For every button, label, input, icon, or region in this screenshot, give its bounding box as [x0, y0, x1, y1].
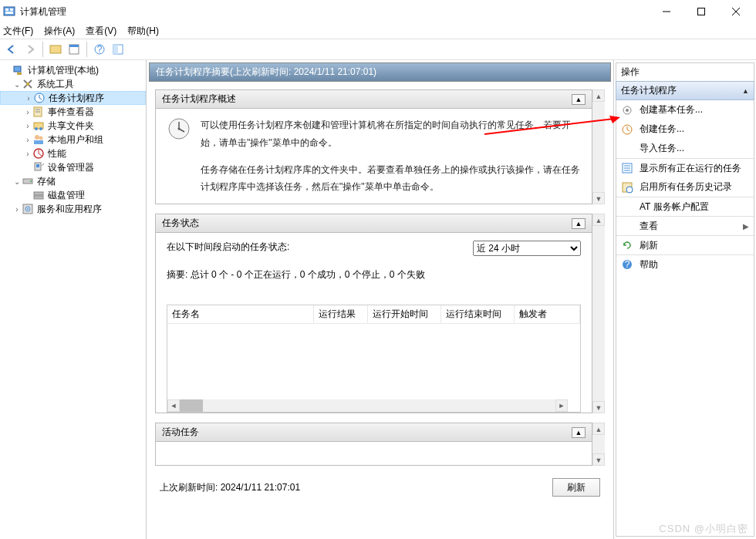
blank-icon — [621, 143, 633, 155]
action-import-task[interactable]: 导入任务... — [616, 139, 754, 158]
action-at-account[interactable]: AT 服务帐户配置 — [616, 197, 754, 216]
shared-icon — [32, 120, 45, 132]
tree-task-scheduler[interactable]: ›任务计划程序 — [0, 91, 146, 105]
svg-text:?: ? — [97, 44, 103, 55]
gear-icon — [621, 104, 633, 116]
col-start[interactable]: 运行开始时间 — [368, 305, 441, 323]
storage-icon — [22, 175, 34, 187]
menu-help[interactable]: 帮助(H) — [127, 25, 159, 38]
action-help[interactable]: ?帮助 — [616, 254, 754, 274]
status-title: 任务状态 — [162, 217, 199, 230]
col-result[interactable]: 运行结果 — [314, 305, 368, 323]
svg-rect-33 — [34, 192, 43, 195]
tree-root[interactable]: 计算机管理(本地) — [0, 63, 146, 77]
toolbar-separator — [86, 42, 87, 57]
svg-point-23 — [35, 127, 38, 130]
list-icon — [621, 162, 633, 174]
center-pane: 任务计划程序摘要(上次刷新时间: 2024/1/11 21:07:01) 任务计… — [147, 60, 614, 539]
help-button[interactable]: ? — [91, 41, 108, 58]
tree-local-users[interactable]: ›本地用户和组 — [0, 133, 146, 147]
svg-point-17 — [26, 83, 29, 86]
actions-pane: 操作 任务计划程序▲ 创建基本任务... 创建任务... 导入任务... 显示所… — [614, 60, 756, 539]
tree-performance[interactable]: ›性能 — [0, 147, 146, 160]
collapse-button[interactable]: ▲ — [572, 427, 586, 438]
toolbar: ? — [0, 39, 756, 60]
svg-rect-8 — [50, 45, 61, 53]
action-view[interactable]: 查看▶ — [616, 216, 754, 235]
svg-rect-5 — [697, 8, 704, 15]
menu-bar: 文件(F) 操作(A) 查看(V) 帮助(H) — [0, 23, 756, 39]
overview-text-2: 任务存储在任务计划程序库的文件夹中。若要查看单独任务上的操作或执行该操作，请在任… — [201, 161, 581, 197]
action-refresh[interactable]: 刷新 — [616, 235, 754, 254]
action-show-running[interactable]: 显示所有正在运行的任务 — [616, 158, 754, 177]
col-end[interactable]: 运行结束时间 — [441, 305, 515, 323]
svg-point-41 — [626, 109, 629, 112]
svg-rect-3 — [5, 12, 13, 14]
overview-text-1: 可以使用任务计划程序来创建和管理计算机将在所指定的时间自动执行的常见任务。若要开… — [201, 116, 581, 152]
scrollbar[interactable]: ▲▼ — [592, 423, 605, 466]
clock-icon — [621, 123, 633, 136]
action-create-task[interactable]: 创建任务... — [616, 120, 754, 139]
action-create-basic-task[interactable]: 创建基本任务... — [616, 100, 754, 120]
history-icon — [621, 181, 633, 194]
tree-disk-management[interactable]: 磁盘管理 — [0, 188, 146, 202]
svg-rect-27 — [34, 140, 43, 144]
computer-icon — [12, 64, 25, 76]
task-status-panel: 任务状态▲ 在以下时间段启动的任务状态: 近 24 小时 摘要: 总计 0 个 … — [155, 214, 592, 413]
collapse-button[interactable]: ▲ — [572, 94, 586, 105]
title-bar: 计算机管理 — [0, 0, 756, 23]
tree-system-tools[interactable]: ⌄系统工具 — [0, 77, 146, 91]
forward-button[interactable] — [22, 41, 39, 58]
maximize-button[interactable] — [683, 1, 718, 22]
svg-point-37 — [27, 208, 29, 210]
help-icon: ? — [621, 258, 633, 271]
blank-icon — [621, 200, 633, 213]
properties-button[interactable] — [66, 41, 83, 58]
col-task-name[interactable]: 任务名 — [167, 305, 314, 323]
close-button[interactable] — [718, 1, 753, 22]
last-refresh-label: 上次刷新时间: 2024/1/11 21:07:01 — [160, 481, 300, 494]
svg-point-24 — [39, 127, 42, 130]
svg-rect-14 — [113, 45, 118, 54]
up-button[interactable] — [47, 41, 64, 58]
scrollbar[interactable]: ▲▼ — [592, 89, 605, 204]
tree-device-manager[interactable]: 设备管理器 — [0, 160, 146, 174]
scrollbar[interactable]: ▲▼ — [592, 214, 605, 413]
period-select[interactable]: 近 24 小时 — [473, 241, 581, 256]
actions-title: 操作 — [616, 62, 754, 81]
tree-shared-folders[interactable]: ›共享文件夹 — [0, 119, 146, 133]
col-trigger[interactable]: 触发者 — [515, 305, 580, 323]
active-title: 活动任务 — [162, 426, 199, 439]
performance-icon — [32, 147, 45, 160]
collapse-button[interactable]: ▲ — [572, 218, 586, 229]
menu-view[interactable]: 查看(V) — [86, 25, 116, 38]
back-button[interactable] — [3, 41, 20, 58]
refresh-button[interactable]: 刷新 — [552, 478, 600, 497]
tree-storage[interactable]: ⌄存储 — [0, 174, 146, 188]
overview-title: 任务计划程序概述 — [162, 93, 236, 106]
action-enable-history[interactable]: 启用所有任务历史记录 — [616, 177, 754, 197]
tree-event-viewer[interactable]: ›事件查看器 — [0, 105, 146, 119]
svg-rect-16 — [17, 72, 22, 75]
services-icon — [22, 203, 34, 215]
svg-point-48 — [626, 187, 633, 193]
actions-section-header[interactable]: 任务计划程序▲ — [616, 81, 754, 100]
tree-services-apps[interactable]: ›服务和应用程序 — [0, 202, 146, 216]
view-button[interactable] — [110, 41, 127, 58]
event-icon — [32, 106, 45, 118]
svg-rect-15 — [14, 66, 21, 72]
svg-point-39 — [178, 128, 181, 130]
toolbar-separator — [42, 42, 43, 57]
minimize-button[interactable] — [649, 1, 683, 22]
tools-icon — [22, 78, 34, 90]
collapse-icon: ▲ — [742, 87, 749, 95]
menu-action[interactable]: 操作(A) — [44, 25, 75, 38]
svg-rect-34 — [34, 196, 43, 199]
overview-panel: 任务计划程序概述▲ 可以使用任务计划程序来创建和管理计算机将在所指定的时间自动执… — [155, 89, 592, 204]
horizontal-scrollbar[interactable]: ◄► — [167, 399, 568, 412]
device-icon — [32, 161, 45, 173]
svg-rect-10 — [69, 45, 79, 47]
menu-file[interactable]: 文件(F) — [3, 25, 33, 38]
status-label: 在以下时间段启动的任务状态: — [167, 241, 289, 256]
clock-icon — [33, 92, 46, 104]
